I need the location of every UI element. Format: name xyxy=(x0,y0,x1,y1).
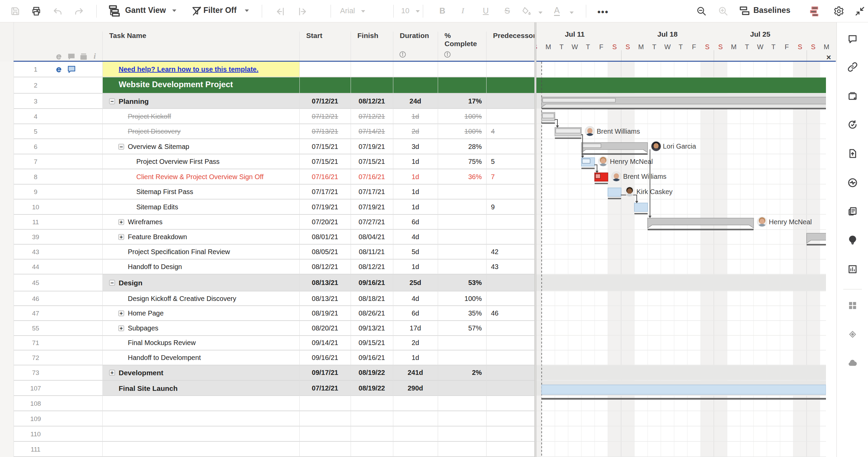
svg-text:Henry McNeal: Henry McNeal xyxy=(769,218,812,226)
svg-text:Henry McNeal: Henry McNeal xyxy=(610,158,653,165)
svg-text:Lori Garcia: Lori Garcia xyxy=(663,142,696,150)
svg-text:Brent Williams: Brent Williams xyxy=(623,173,667,180)
svg-text:Kirk Caskey: Kirk Caskey xyxy=(636,188,673,195)
svg-text:Brent Williams: Brent Williams xyxy=(597,128,640,135)
